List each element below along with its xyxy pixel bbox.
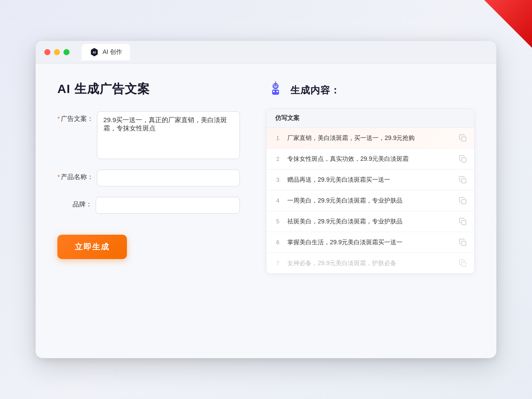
ad-label: *广告文案： [57,111,93,123]
svg-rect-18 [462,220,466,225]
ai-tab[interactable]: AI AI 创作 [82,44,130,60]
svg-text:AI: AI [93,50,96,54]
svg-rect-10 [276,91,278,92]
generate-button[interactable]: 立即生成 [57,235,127,259]
row-text: 掌握美白生活，29.9元美白淡斑霜买一送一 [287,238,453,247]
svg-point-2 [273,83,279,89]
ad-copy-input[interactable]: 29.9买一送一，真正的厂家直销，美白淡斑霜，专抹女性斑点 [97,111,240,159]
tab-label: AI 创作 [103,48,122,56]
row-text: 女神必备，29.9元美白淡斑霜，护肤必备 [287,259,453,268]
product-name-group: *产品名称： 美白淡斑霜 [57,170,240,186]
corner-decoration [462,0,532,70]
copy-icon[interactable] [459,134,467,143]
copy-icon[interactable] [459,176,467,184]
row-num: 3 [273,176,282,183]
product-label: *产品名称： [57,170,93,181]
ai-tab-icon: AI [90,47,99,57]
main-content: AI 生成广告文案 *广告文案： 29.9买一送一，真正的厂家直销，美白淡斑霜，… [36,63,496,358]
row-num: 7 [273,260,282,266]
brand-group: 品牌： 好白 [57,197,240,214]
row-num: 5 [273,218,282,225]
svg-rect-9 [273,91,275,92]
table-row: 5 祛斑美白，29.9元美白淡斑霜，专业护肤品 [266,211,474,232]
copy-icon[interactable] [459,155,467,163]
copy-icon[interactable] [459,196,467,205]
table-row: 1 厂家直销，美白淡斑霜，买一送一，29.9元抢购 [266,128,474,149]
window-controls [44,49,70,55]
robot-icon [266,81,285,100]
table-row: 6 掌握美白生活，29.9元美白淡斑霜买一送一 [266,232,474,253]
ad-copy-group: *广告文案： 29.9买一送一，真正的厂家直销，美白淡斑霜，专抹女性斑点 [57,111,240,159]
svg-rect-17 [462,200,466,204]
row-text: 祛斑美白，29.9元美白淡斑霜，专业护肤品 [287,217,453,226]
svg-rect-15 [462,158,466,162]
svg-rect-7 [274,86,277,87]
row-num: 4 [273,197,282,204]
table-row: 3 赠品再送，29.9元美白淡斑霜买一送一 [266,170,474,190]
row-text: 专抹女性斑点，真实功效，29.9元美白淡斑霜 [287,154,453,163]
browser-window: AI AI 创作 AI 生成广告文案 *广告文案： 29.9买一送一，真正的厂家… [36,41,496,358]
svg-point-13 [275,81,276,83]
row-text: 厂家直销，美白淡斑霜，买一送一，29.9元抢购 [287,133,453,143]
product-required-star: * [57,173,60,180]
ad-required-star: * [57,115,60,122]
right-panel: 生成内容： 仿写文案 1 厂家直销，美白淡斑霜，买一送一，29.9元抢购 2 专… [266,81,475,341]
row-num: 2 [273,156,282,162]
row-num: 6 [273,239,282,246]
svg-rect-16 [462,179,466,183]
page-title: AI 生成广告文案 [57,81,240,97]
row-num: 1 [273,135,282,141]
minimize-button[interactable] [54,49,60,55]
svg-rect-19 [462,241,466,246]
table-row: 7 女神必备，29.9元美白淡斑霜，护肤必备 [266,253,474,273]
copy-icon[interactable] [459,217,467,226]
table-row: 4 一周美白，29.9元美白淡斑霜，专业护肤品 [266,190,474,211]
row-text: 一周美白，29.9元美白淡斑霜，专业护肤品 [287,196,453,205]
table-row: 2 专抹女性斑点，真实功效，29.9元美白淡斑霜 [266,149,474,170]
left-panel: AI 生成广告文案 *广告文案： 29.9买一送一，真正的厂家直销，美白淡斑霜，… [57,81,240,341]
title-bar: AI AI 创作 [36,41,496,63]
brand-label: 品牌： [57,197,92,209]
result-title: 生成内容： [290,84,340,97]
svg-point-5 [274,85,275,86]
table-header: 仿写文案 [266,109,474,128]
results-table: 仿写文案 1 厂家直销，美白淡斑霜，买一送一，29.9元抢购 2 专抹女性斑点，… [266,109,475,274]
product-name-input[interactable]: 美白淡斑霜 [97,170,240,186]
maximize-button[interactable] [63,49,70,55]
row-text: 赠品再送，29.9元美白淡斑霜买一送一 [287,175,453,184]
svg-rect-8 [272,90,279,95]
svg-point-6 [276,85,277,86]
copy-icon[interactable] [459,238,467,247]
result-header: 生成内容： [266,81,475,100]
close-button[interactable] [44,49,50,55]
svg-rect-14 [462,137,466,141]
svg-rect-20 [462,262,466,266]
brand-input[interactable]: 好白 [96,197,240,214]
copy-icon[interactable] [459,259,467,268]
